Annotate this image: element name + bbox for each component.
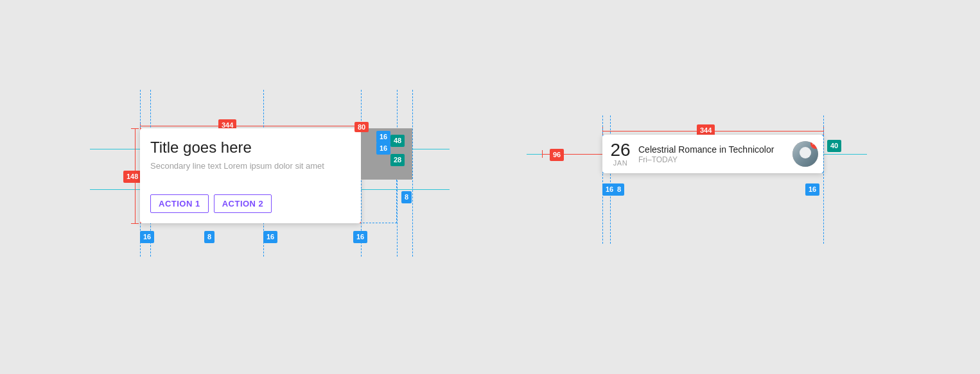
meas-344-top-left [140,126,361,126]
badge-16-r2: 16 [376,142,390,155]
badge-16-b1: 16 [140,231,154,243]
action2-button[interactable]: ACTION 2 [214,194,272,213]
badge-16-r1: 16 [376,131,390,143]
avatar: 40 [792,141,818,167]
badge-40-right: 40 [827,140,841,152]
badge-8-rb: 8 [614,183,624,196]
right-card-sub: Fri–TODAY [638,155,792,164]
card-title: Title goes here [150,139,351,157]
meas-148-top-cap [131,128,139,129]
badge-148: 148 [123,171,141,183]
rvguide-r1 [823,115,824,244]
right-card-title: Celestrial Romance in Technicolor [638,144,792,155]
badge-8-r: 8 [401,191,412,203]
badge-48: 48 [390,135,405,147]
vguide-right3 [412,90,413,257]
canvas: 344 148 Title goes here Secondary line t… [0,0,980,374]
badge-28: 28 [390,154,405,166]
card-actions: ACTION 1 ACTION 2 [150,194,351,213]
badge-16-rb2: 16 [805,183,819,196]
card-date: 26 JAN [602,141,638,167]
badge-16-b2: 16 [263,231,277,243]
meas-96-cap-l [542,150,543,158]
right-card: 26 JAN Celestrial Romance in Technicolor… [602,135,823,173]
action1-button[interactable]: ACTION 1 [150,194,209,213]
date-day: 26 [610,141,630,159]
media-badge: 80 [354,122,369,132]
badge-8-b: 8 [204,231,214,243]
badge-16-b3: 16 [353,231,367,243]
badge-96: 96 [550,149,564,161]
date-month: JAN [613,159,627,167]
card-subtitle: Secondary line text Lorem ipsum dolor si… [150,160,351,194]
avatar-badge: 40 [810,141,818,149]
card-info: Celestrial Romance in Technicolor Fri–TO… [638,144,792,164]
meas-148-bot-cap [131,223,139,224]
left-card: Title goes here Secondary line text Lore… [140,128,361,223]
